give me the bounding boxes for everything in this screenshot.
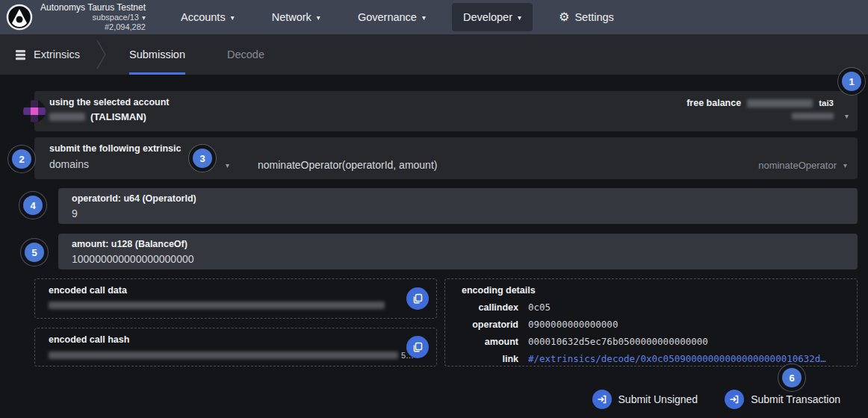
nav-accounts-label: Accounts [181, 11, 226, 23]
pallet-value[interactable]: domains [49, 158, 181, 170]
nav-settings-label: Settings [574, 11, 613, 23]
best-block-number: #2,094,282 [105, 22, 146, 32]
encoded-call-hash-label: encoded call hash [49, 334, 423, 345]
detail-value-operatorid: 0900000000000000 [528, 319, 840, 330]
param-amount-label: amount: u128 (BalanceOf) [72, 239, 844, 249]
submit-transaction-button[interactable]: Submit Transaction [725, 390, 840, 409]
nav-network[interactable]: Network ▾ [261, 3, 332, 31]
account-select[interactable]: using the selected account (TALISMAN) fr… [34, 91, 858, 131]
redacted-balance-value [747, 99, 813, 107]
chevron-down-icon: ▾ [231, 13, 235, 22]
copy-icon [412, 342, 423, 352]
extrinsics-icon [15, 49, 26, 60]
chevron-down-icon: ▾ [518, 13, 521, 22]
param-operatorid-value[interactable]: 9 [72, 208, 844, 219]
sign-in-icon [725, 390, 744, 409]
submit-actions: Submit Unsigned Submit Transaction [592, 390, 840, 409]
section-label: Extrinsics [34, 49, 80, 60]
encoded-call-data-label: encoded call data [49, 285, 423, 296]
chain-brand[interactable]: Autonomys Taurus Testnet subspace/13 ▾ #… [0, 2, 146, 32]
extrinsic-select-label: submit the following extrinsic [49, 143, 181, 154]
param-amount-value[interactable]: 100000000000000000000 [72, 253, 844, 265]
nav-governance[interactable]: Governance ▾ [347, 3, 437, 31]
submit-unsigned-label: Submit Unsigned [619, 393, 698, 405]
selected-account: using the selected account (TALISMAN) [49, 97, 169, 122]
runtime-label: subspace/13 [93, 13, 139, 22]
settings-gear-icon: ⚙ [559, 11, 569, 23]
chevron-down-icon: ▾ [142, 13, 146, 22]
method-signature[interactable]: nominateOperator(operatorId, amount) [258, 159, 437, 171]
tab-decode[interactable]: Decode [206, 34, 285, 75]
account-identicon [23, 100, 46, 122]
encoded-call-data: encoded call data [34, 278, 437, 319]
main-nav: Accounts ▾ Network ▾ Governance ▾ Develo… [170, 0, 625, 34]
copy-call-data-button[interactable] [406, 287, 429, 310]
detail-key-callindex: callindex [462, 302, 518, 313]
free-balance-label: free balance [686, 98, 741, 108]
account-select-label: using the selected account [49, 97, 169, 107]
pallet-dropdown-chevron-icon[interactable]: ▾ [226, 161, 229, 169]
annotation-step-1: 1 [842, 72, 861, 91]
annotation-step-5: 5 [25, 243, 44, 262]
nav-accounts[interactable]: Accounts ▾ [170, 3, 246, 31]
tab-submission-label: Submission [129, 49, 185, 60]
detail-key-link: link [462, 354, 518, 364]
nav-developer-label: Developer [463, 11, 512, 23]
tab-decode-label: Decode [227, 49, 264, 60]
detail-value-callindex: 0c05 [528, 302, 840, 313]
nav-developer[interactable]: Developer ▾ [452, 3, 533, 31]
param-operatorid-label: operatorId: u64 (OperatorId) [72, 193, 844, 204]
section-title: Extrinsics [0, 34, 95, 75]
detail-key-operatorid: operatorid [462, 319, 518, 330]
chevron-down-icon: ▾ [422, 13, 426, 22]
redacted-balance-secondary [792, 113, 834, 119]
detail-value-amount: 000010632d5ec76b0500000000000000 [528, 336, 840, 347]
account-name: (TALISMAN) [49, 111, 169, 122]
chain-logo-icon [6, 4, 33, 31]
submit-transaction-label: Submit Transaction [751, 393, 840, 405]
annotation-step-3: 3 [193, 149, 212, 168]
chevron-down-icon: ▾ [317, 13, 320, 22]
decode-link[interactable]: #/extrinsics/decode/0x0c0509000000000000… [528, 353, 840, 364]
chain-name: Autonomys Taurus Testnet [40, 2, 146, 13]
tab-submission[interactable]: Submission [108, 34, 206, 75]
account-dropdown-chevron-icon[interactable]: ▾ [845, 112, 849, 120]
pallet-select[interactable]: submit the following extrinsic domains [49, 143, 181, 170]
sign-in-icon [592, 390, 612, 409]
method-name: nominateOperator [758, 160, 837, 171]
page-header: Extrinsics Submission Decode [0, 34, 868, 75]
encoded-call-hash: encoded call hash 5… [34, 328, 437, 366]
token-unit: tai3 [819, 99, 834, 107]
param-input-operatorid[interactable]: operatorId: u64 (OperatorId) 9 [58, 188, 858, 224]
extrinsics-app: Autonomys Taurus Testnet subspace/13 ▾ #… [0, 0, 868, 418]
extrinsic-select: submit the following extrinsic domains ▾… [34, 137, 858, 179]
annotation-step-2: 2 [12, 149, 31, 169]
submit-unsigned-button[interactable]: Submit Unsigned [592, 390, 698, 409]
free-balance: free balance tai3 [686, 98, 834, 119]
method-dropdown-chevron-icon: ▾ [843, 161, 847, 169]
nav-network-label: Network [272, 11, 311, 23]
redacted-account-name [49, 113, 85, 121]
annotation-step-4: 4 [23, 196, 43, 215]
redacted-call-hash [49, 352, 398, 359]
annotation-step-6: 6 [782, 368, 802, 387]
copy-icon [412, 293, 423, 304]
param-input-amount[interactable]: amount: u128 (BalanceOf) 100000000000000… [58, 234, 858, 269]
method-select[interactable]: nominateOperator ▾ [758, 160, 847, 171]
chain-info: Autonomys Taurus Testnet subspace/13 ▾ #… [40, 2, 146, 32]
copy-call-hash-button[interactable] [406, 336, 429, 358]
encoding-details-title: encoding details [462, 285, 840, 296]
nav-governance-label: Governance [358, 11, 417, 23]
detail-key-amount: amount [462, 337, 518, 347]
runtime-selector[interactable]: subspace/13 ▾ [93, 13, 146, 22]
nav-settings[interactable]: ⚙ Settings [548, 3, 625, 31]
encoding-details: encoding details callindex 0c05 operator… [444, 278, 858, 366]
redacted-call-data [49, 302, 385, 309]
top-navbar: Autonomys Taurus Testnet subspace/13 ▾ #… [0, 0, 868, 34]
account-name-suffix: (TALISMAN) [90, 111, 146, 122]
breadcrumb-chevron-icon [95, 34, 108, 75]
